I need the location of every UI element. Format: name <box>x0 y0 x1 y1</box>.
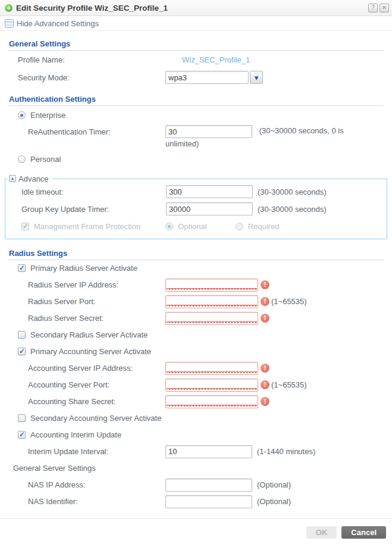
secondary-acct-checkbox[interactable] <box>18 414 26 422</box>
idle-timeout-input[interactable] <box>166 185 253 198</box>
general-server-settings-label: General Server Settings <box>8 464 96 473</box>
enterprise-radio[interactable] <box>18 111 26 119</box>
security-mode-row: Security Mode: ▾ <box>8 68 384 86</box>
profile-name-label: Profile Name: <box>8 55 165 64</box>
secondary-radius-checkbox[interactable] <box>18 331 26 339</box>
advance-legend-label: Advance <box>18 174 49 183</box>
dialog-titlebar: + Edit Security Profile Wiz_SEC_Profile_… <box>0 0 392 16</box>
security-mode-dropdown-button[interactable]: ▾ <box>250 71 263 84</box>
reauth-timer-label: ReAuthentication Timer: <box>8 125 165 136</box>
security-mode-label: Security Mode: <box>8 73 165 82</box>
dialog-body: General Settings Profile Name: Wiz_SEC_P… <box>0 39 392 510</box>
add-icon: + <box>5 4 12 12</box>
radius-port-row: Radius Server Port: ! (1~65535) <box>8 293 384 310</box>
group-key-input[interactable] <box>166 202 253 215</box>
radius-settings-title: Radius Settings <box>9 249 384 258</box>
group-key-hint: (30-30000 seconds) <box>258 205 327 214</box>
radius-settings-section: Radius Settings <box>8 249 384 260</box>
authentication-settings-section: Authentication Settings <box>8 95 384 106</box>
dialog-title: Edit Security Profile Wiz_SEC_Profile_1 <box>16 4 366 12</box>
mfp-required-radio <box>236 223 243 230</box>
primary-radius-label: Primary Radius Server Activate <box>30 264 137 273</box>
reauth-timer-input[interactable] <box>165 125 252 138</box>
security-mode-input[interactable] <box>165 71 249 84</box>
primary-acct-row: Primary Accounting Server Activate <box>8 343 384 360</box>
nas-identifier-label: NAS Identifier: <box>8 497 165 506</box>
radius-ip-label: Radius Server IP Address: <box>8 280 165 289</box>
secondary-acct-row: Secondary Accounting Server Activate <box>8 410 384 427</box>
radius-port-input[interactable] <box>165 295 258 308</box>
general-settings-title: General Settings <box>9 39 384 48</box>
acct-ip-field <box>165 362 258 375</box>
mfp-optional-label: Optional <box>178 222 206 231</box>
chevron-down-icon: ▾ <box>255 74 259 82</box>
secondary-radius-label: Secondary Radius Server Activate <box>30 330 148 339</box>
radius-secret-input[interactable] <box>165 312 258 325</box>
ok-button[interactable]: OK <box>306 526 337 539</box>
interim-update-label: Accounting Interim Update <box>30 430 121 439</box>
acct-ip-input[interactable] <box>165 362 258 375</box>
nas-ip-input[interactable] <box>165 479 252 492</box>
enterprise-label: Enterprise <box>30 111 65 120</box>
help-button[interactable]: ? <box>368 4 378 12</box>
hide-advanced-toggle[interactable]: Hide Advanced Settings <box>0 16 392 31</box>
acct-secret-label: Accounting Share Secret: <box>8 397 165 406</box>
cancel-button[interactable]: Cancel <box>341 526 386 539</box>
primary-acct-checkbox[interactable] <box>18 348 26 355</box>
interim-update-checkbox[interactable] <box>18 431 26 439</box>
interim-interval-row: Interim Update Interval: (1-1440 minutes… <box>8 443 384 460</box>
interim-interval-label: Interim Update Interval: <box>8 447 165 456</box>
error-icon: ! <box>261 364 269 373</box>
acct-secret-input[interactable] <box>165 395 258 408</box>
acct-port-hint: (1~65535) <box>271 380 307 389</box>
idle-timeout-hint: (30-30000 seconds) <box>258 187 327 196</box>
acct-secret-row: Accounting Share Secret: ! <box>8 393 384 410</box>
mfp-row: Management Frame Protection Optional Req… <box>5 218 387 235</box>
mfp-optional-radio <box>165 223 173 230</box>
radius-port-field <box>165 295 258 308</box>
mfp-checkbox <box>21 223 29 230</box>
nas-identifier-row: NAS Identifier: (Optional) <box>8 493 384 510</box>
idle-timeout-row: Idle timeout: (30-30000 seconds) <box>5 183 387 201</box>
panel-icon <box>5 19 14 28</box>
primary-radius-checkbox[interactable] <box>18 264 26 272</box>
error-icon: ! <box>261 297 269 306</box>
acct-ip-label: Accounting Server IP Address: <box>8 364 165 373</box>
interim-interval-hint: (1-1440 minutes) <box>257 447 315 456</box>
secondary-acct-label: Secondary Accounting Server Activate <box>30 414 161 423</box>
radius-ip-input[interactable] <box>165 279 258 292</box>
radius-ip-row: Radius Server IP Address: ! <box>8 277 384 293</box>
personal-radio-row: Personal <box>8 151 384 168</box>
general-settings-section: General Settings <box>8 39 384 51</box>
nas-identifier-input[interactable] <box>165 495 252 508</box>
acct-port-row: Accounting Server Port: ! (1~65535) <box>8 377 384 393</box>
radius-settings-rows: Primary Radius Server Activate Radius Se… <box>8 260 384 510</box>
idle-timeout-label: Idle timeout: <box>5 187 166 196</box>
collapse-icon[interactable]: ▲ <box>9 175 16 182</box>
error-icon: ! <box>261 280 269 289</box>
radius-secret-label: Radius Server Secret: <box>8 314 165 323</box>
dialog-footer: OK Cancel <box>0 518 392 547</box>
primary-acct-label: Primary Accounting Server Activate <box>30 347 151 356</box>
error-icon: ! <box>261 314 269 323</box>
acct-ip-row: Accounting Server IP Address: ! <box>8 360 384 377</box>
group-key-row: Group Key Update Timer: (30-30000 second… <box>5 201 387 218</box>
close-button[interactable]: ✕ <box>380 4 389 12</box>
hide-advanced-label: Hide Advanced Settings <box>17 19 99 28</box>
acct-port-field <box>165 379 258 392</box>
interim-update-row: Accounting Interim Update <box>8 427 384 443</box>
acct-port-input[interactable] <box>165 379 258 392</box>
radius-port-label: Radius Server Port: <box>8 297 165 306</box>
acct-port-label: Accounting Server Port: <box>8 380 165 389</box>
reauth-timer-row: ReAuthentication Timer: (30~30000 second… <box>8 124 384 151</box>
personal-radio[interactable] <box>18 155 26 163</box>
nas-ip-row: NAS IP Address: (Optional) <box>8 477 384 493</box>
group-key-label: Group Key Update Timer: <box>5 205 166 214</box>
nas-identifier-hint: (Optional) <box>257 497 291 506</box>
interim-interval-input[interactable] <box>165 445 252 458</box>
mfp-label: Management Frame Protection <box>34 222 140 231</box>
error-icon: ! <box>261 397 269 406</box>
secondary-radius-row: Secondary Radius Server Activate <box>8 327 384 343</box>
acct-secret-field <box>165 395 258 408</box>
advance-legend: ▲ Advance <box>8 174 52 183</box>
